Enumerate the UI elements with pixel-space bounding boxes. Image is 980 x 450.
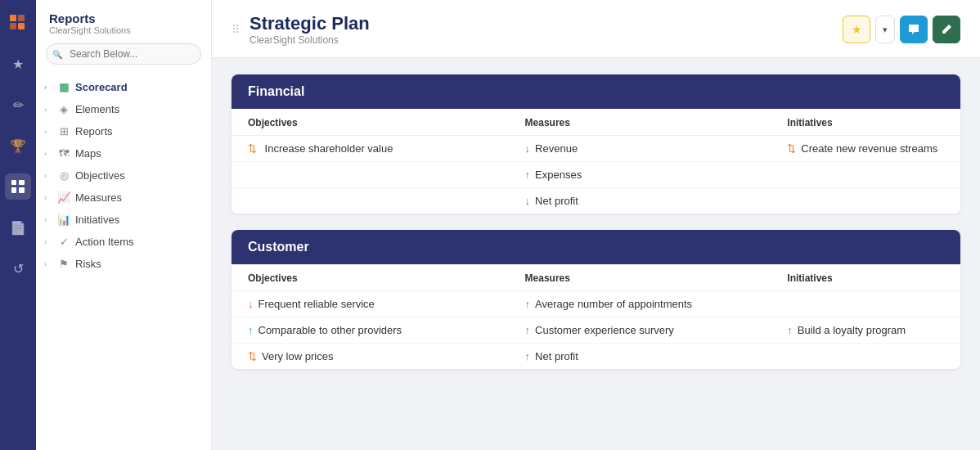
up-arrow-icon: ↑ (525, 324, 531, 336)
chevron-icon: › (44, 150, 52, 158)
up-arrow-icon: ↑ (525, 350, 531, 362)
svg-rect-6 (11, 187, 16, 193)
sidebar-item-measures[interactable]: › 📈 Measures (36, 187, 211, 209)
initiatives-cell (771, 291, 960, 317)
sidebar-app-name: Reports (49, 11, 198, 25)
sidebar-label-elements: Elements (75, 103, 119, 115)
chevron-icon: › (44, 260, 52, 268)
star-button[interactable]: ★ (843, 16, 870, 43)
measures-cell: ↑Average number of appointments (509, 291, 771, 317)
sidebar-label-scorecard: Scorecard (75, 81, 128, 93)
col-header-objectives: Objectives (232, 109, 509, 136)
action-items-icon: ✓ (57, 236, 70, 248)
col-header-objectives: Objectives (232, 264, 509, 291)
svg-rect-3 (18, 23, 25, 29)
measures-cell: ↓Net profit (509, 188, 771, 214)
logo-icon[interactable] (5, 10, 31, 36)
chevron-icon: › (44, 194, 52, 202)
sidebar-item-scorecard[interactable]: › ▦ Scorecard (36, 76, 211, 98)
star-nav-icon[interactable]: ★ (5, 51, 31, 77)
col-header-measures: Measures (509, 109, 771, 136)
table-row: ⇅Very low prices ↑Net profit (232, 344, 960, 370)
col-header-measures: Measures (509, 264, 771, 291)
chevron-icon: › (44, 216, 52, 224)
updown-arrow-icon: ⇅ (248, 350, 257, 362)
measures-cell: ↓Revenue (509, 136, 771, 162)
chevron-icon: › (44, 83, 52, 92)
measures-cell: ↑Net profit (509, 344, 771, 370)
table-row: ↑Comparable to other providers ↑Customer… (232, 317, 960, 344)
up-arrow-icon: ↑ (525, 169, 531, 181)
customer-section: Customer Objectives Measures Initiatives… (232, 230, 960, 369)
initiatives-cell (771, 344, 960, 370)
pencil-nav-icon[interactable]: ✏ (5, 92, 31, 118)
chat-button[interactable] (900, 16, 928, 43)
document-nav-icon[interactable]: 📄 (5, 214, 31, 241)
elements-icon: ◈ (57, 103, 70, 115)
initiatives-icon: 📊 (57, 214, 70, 226)
measure-item: ↑Expenses (525, 169, 755, 181)
svg-rect-7 (19, 187, 25, 193)
sidebar-label-measures: Measures (75, 191, 122, 204)
objective-cell: ↑Comparable to other providers (232, 317, 509, 344)
refresh-nav-icon[interactable]: ↺ (5, 255, 31, 281)
objective-cell (232, 188, 509, 214)
financial-section-header: Financial (232, 74, 960, 109)
chevron-icon: › (44, 238, 52, 246)
initiatives-cell: ↑Build a loyalty program (771, 317, 960, 344)
main-content: ⠿ Strategic Plan ClearSight Solutions ★ … (212, 0, 980, 450)
dropdown-button[interactable]: ▾ (875, 16, 895, 43)
trophy-nav-icon[interactable]: 🏆 (5, 133, 31, 159)
measures-icon: 📈 (57, 191, 70, 204)
objective-cell: ↓Frequent reliable service (232, 291, 509, 317)
down-arrow-icon: ↓ (248, 298, 254, 310)
up-arrow-icon: ↑ (248, 324, 254, 336)
sidebar-item-objectives[interactable]: › ◎ Objectives (36, 164, 211, 187)
up-arrow-icon: ↑ (525, 298, 531, 310)
objectives-icon: ◎ (57, 169, 70, 182)
sidebar-search-wrapper (36, 43, 211, 73)
sidebar-app-sub: ClearSight Solutions (49, 25, 198, 35)
initiatives-cell: ⇅Create new revenue streams (771, 136, 960, 162)
objective-cell: ⇅Very low prices (232, 344, 509, 370)
measure-item: ↓Net profit (525, 195, 755, 207)
svg-rect-2 (10, 23, 16, 29)
sidebar-item-maps[interactable]: › 🗺 Maps (36, 142, 211, 164)
header-actions: ★ ▾ (843, 16, 960, 43)
drag-handle-icon[interactable]: ⠿ (232, 23, 240, 36)
search-input[interactable] (46, 43, 201, 65)
sidebar-item-risks[interactable]: › ⚑ Risks (36, 253, 211, 275)
updown-arrow-icon: ⇅ (787, 142, 796, 155)
sidebar-item-action-items[interactable]: › ✓ Action Items (36, 231, 211, 253)
measures-cell: ↑Expenses (509, 162, 771, 188)
svg-rect-1 (18, 15, 25, 21)
edit-button[interactable] (933, 16, 960, 43)
objective-cell: ⇅ Increase shareholder value (232, 136, 509, 162)
sidebar-item-initiatives[interactable]: › 📊 Initiatives (36, 209, 211, 231)
svg-rect-5 (19, 180, 25, 185)
col-header-initiatives: Initiatives (771, 264, 960, 291)
down-arrow-icon: ↓ (525, 142, 531, 155)
sidebar-label-maps: Maps (75, 147, 101, 160)
measure-item: ↓Revenue (525, 142, 755, 155)
financial-section: Financial Objectives Measures Initiative… (232, 74, 960, 214)
sidebar-item-elements[interactable]: › ◈ Elements (36, 98, 211, 120)
maps-icon: 🗺 (57, 147, 70, 160)
svg-rect-0 (10, 15, 16, 21)
sidebar-item-reports[interactable]: › ⊞ Reports (36, 120, 211, 142)
page-title: Strategic Plan (249, 13, 370, 34)
table-row: ↑Expenses (232, 162, 960, 188)
icon-bar: ★ ✏ 🏆 📄 ↺ (0, 0, 36, 450)
updown-arrow-icon: ⇅ (248, 142, 257, 155)
sidebar-header: Reports ClearSight Solutions (36, 0, 211, 43)
main-body: Financial Objectives Measures Initiative… (212, 58, 980, 385)
sidebar-label-action-items: Action Items (75, 236, 134, 248)
dashboard-nav-icon[interactable] (5, 173, 31, 200)
table-row: ↓Frequent reliable service ↑Average numb… (232, 291, 960, 317)
risks-icon: ⚑ (57, 258, 70, 270)
sidebar-label-initiatives: Initiatives (75, 214, 119, 226)
measures-cell: ↑Customer experience survery (509, 317, 771, 344)
svg-rect-4 (11, 180, 16, 185)
scorecard-icon: ▦ (57, 81, 70, 93)
chevron-icon: › (44, 106, 52, 114)
